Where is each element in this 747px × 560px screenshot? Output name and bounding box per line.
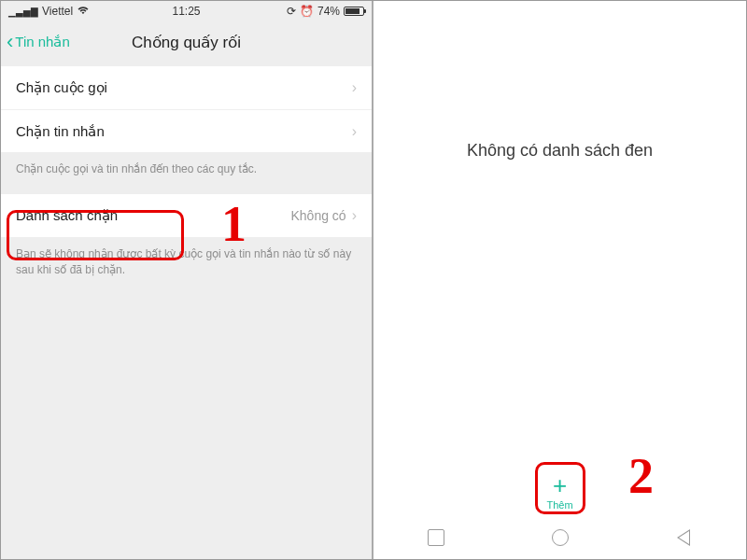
row-blocklist[interactable]: Danh sách chặn Không có › [1,194,372,237]
help-text-1: Chặn cuộc gọi và tin nhắn đến theo các q… [1,152,372,190]
chevron-right-icon: › [352,207,357,224]
alarm-icon: ⏰ [300,5,314,18]
row-value: Không có [291,208,346,223]
navigation-bar: ‹ Tin nhắn Chống quấy rối [1,21,372,63]
row-block-calls[interactable]: Chặn cuộc gọi › [1,66,372,109]
recents-button[interactable] [428,529,444,546]
row-label: Chặn cuộc gọi [16,79,352,96]
carrier-label: Viettel [42,5,73,18]
battery-percent: 74% [317,5,340,18]
row-label: Danh sách chặn [16,207,291,224]
chevron-right-icon: › [352,123,357,140]
left-screenshot: ▁▃▅▇ Viettel 11:25 ⟳ ⏰ 74% ‹ Tin nhắn Ch… [1,1,374,559]
system-nav-bar [374,516,746,559]
empty-state-label: Không có danh sách đen [374,141,746,161]
row-label: Chặn tin nhắn [16,123,352,140]
status-bar: ▁▃▅▇ Viettel 11:25 ⟳ ⏰ 74% [1,1,372,21]
home-button[interactable] [552,529,569,546]
settings-content: Chặn cuộc gọi › Chặn tin nhắn › Chặn cuộ… [1,63,372,559]
chevron-right-icon: › [352,79,357,96]
chevron-left-icon: ‹ [7,30,13,54]
section-blocking: Chặn cuộc gọi › Chặn tin nhắn › [1,66,372,152]
wifi-icon [77,6,90,17]
signal-icon: ▁▃▅▇ [8,7,38,17]
back-button[interactable]: ‹ Tin nhắn [1,30,70,54]
right-screenshot: Không có danh sách đen + Thêm [374,1,746,559]
add-label: Thêm [546,499,572,511]
battery-icon [344,7,364,16]
rotation-lock-icon: ⟳ [287,5,296,18]
add-button[interactable]: + Thêm [374,473,746,511]
row-block-sms[interactable]: Chặn tin nhắn › [1,109,372,152]
back-label: Tin nhắn [15,34,69,50]
help-text-2: Bạn sẽ không nhận được bất kỳ cuộc gọi v… [1,237,372,291]
back-system-button[interactable] [677,528,692,547]
plus-icon: + [553,473,567,497]
section-blocklist: Danh sách chặn Không có › [1,194,372,237]
